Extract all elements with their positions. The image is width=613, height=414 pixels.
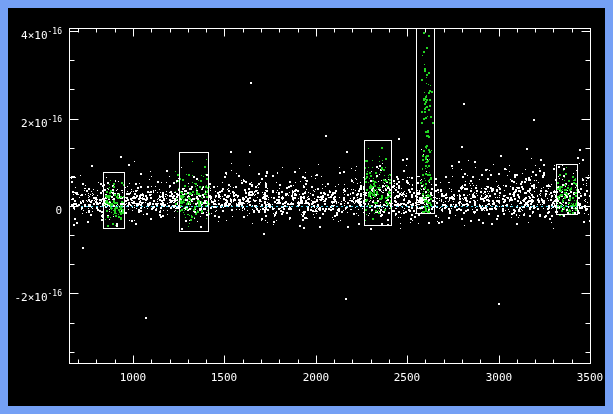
x-tick-label: 3500 [577,371,604,384]
x-tick-label: 2000 [303,371,330,384]
y-tick-label: 4×10-16 [8,25,62,42]
y-tick-exponent: -16 [48,27,62,36]
scatter-plot-canvas [8,8,605,406]
y-tick-label: 0 [8,200,62,217]
x-tick-label: 1500 [211,371,238,384]
y-tick-base: 2×10 [21,117,48,130]
x-tick-label: 3000 [486,371,513,384]
y-tick-base: 4×10 [21,29,48,42]
y-tick-label: 2×10-16 [8,113,62,130]
x-tick-label: 1000 [120,371,147,384]
y-tick-label: -2×10-16 [8,287,62,304]
plot-window: 4×10-16 2×10-16 0 -2×10-16 1000 1500 200… [0,0,613,414]
y-tick-exponent: -16 [48,115,62,124]
x-tick-label: 2500 [394,371,421,384]
y-tick-base: 0 [55,204,62,217]
y-tick-exponent: -16 [48,289,62,298]
y-tick-base: -2×10 [14,291,47,304]
